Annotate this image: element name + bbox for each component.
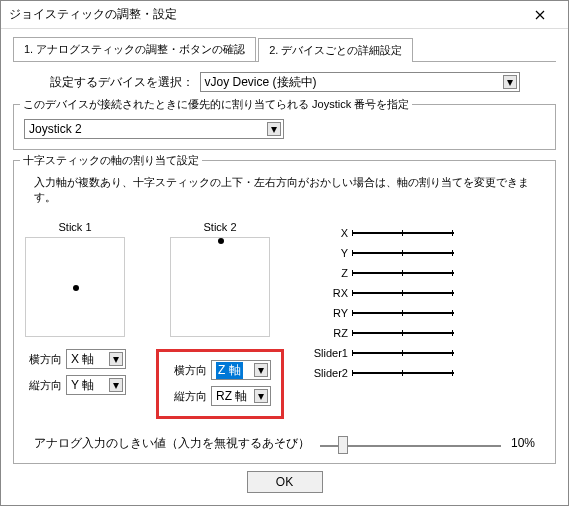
stick1-v-label: 縦方向 <box>24 378 62 393</box>
stick1-dot <box>73 285 79 291</box>
joystick-number-legend: このデバイスが接続されたときに優先的に割り当てられる Joystick 番号を指… <box>20 97 412 112</box>
button-row: OK <box>1 471 568 493</box>
stick2-column: Stick 2 横方向 Z 軸 ▾ <box>156 221 284 419</box>
titlebar: ジョイスティックの調整・設定 <box>1 1 568 29</box>
chevron-down-icon: ▾ <box>254 389 268 403</box>
device-value: vJoy Device (接続中) <box>205 74 317 91</box>
axis-rz-label: RZ <box>304 327 348 339</box>
dialog-window: ジョイスティックの調整・設定 1. アナログスティックの調整・ボタンの確認 2.… <box>0 0 569 506</box>
stick2-v-select[interactable]: RZ 軸 ▾ <box>211 386 271 406</box>
tab-detail[interactable]: 2. デバイスごとの詳細設定 <box>258 38 413 62</box>
stick1-column: Stick 1 横方向 X 軸 ▾ <box>24 221 126 419</box>
axes-list: X Y Z RX RY RZ Slider1 Slider2 <box>304 223 454 419</box>
stick1-v-select[interactable]: Y 軸 ▾ <box>66 375 126 395</box>
stick2-name: Stick 2 <box>203 221 236 233</box>
axis-mapping-group: 十字スティックの軸の割り当て設定 入力軸が複数あり、十字スティックの上下・左右方… <box>13 160 556 464</box>
threshold-thumb[interactable] <box>338 436 348 454</box>
joystick-number-group: このデバイスが接続されたときに優先的に割り当てられる Joystick 番号を指… <box>13 104 556 150</box>
device-row: 設定するデバイスを選択： vJoy Device (接続中) ▾ <box>13 72 556 92</box>
chevron-down-icon: ▾ <box>267 122 281 136</box>
close-button[interactable] <box>520 2 560 28</box>
stick1-visual <box>25 237 125 337</box>
tab-strip: 1. アナログスティックの調整・ボタンの確認 2. デバイスごとの詳細設定 <box>13 37 556 62</box>
stick1-v-value: Y 軸 <box>71 377 94 394</box>
axis-z-slider[interactable] <box>352 272 454 274</box>
axis-ry-label: RY <box>304 307 348 319</box>
stick1-controls: 横方向 X 軸 ▾ 縦方向 Y 軸 ▾ <box>24 349 126 401</box>
stick2-h-value: Z 軸 <box>216 362 243 379</box>
joystick-number-value: Joystick 2 <box>29 122 82 136</box>
axis-x-label: X <box>304 227 348 239</box>
axis-x-slider[interactable] <box>352 232 454 234</box>
chevron-down-icon: ▾ <box>503 75 517 89</box>
threshold-label: アナログ入力のしきい値（入力を無視するあそび） <box>34 435 310 452</box>
window-title: ジョイスティックの調整・設定 <box>9 6 520 23</box>
stick1-h-select[interactable]: X 軸 ▾ <box>66 349 126 369</box>
axis-rx-label: RX <box>304 287 348 299</box>
axis-y-label: Y <box>304 247 348 259</box>
axis-mapping-legend: 十字スティックの軸の割り当て設定 <box>20 153 202 168</box>
chevron-down-icon: ▾ <box>109 378 123 392</box>
chevron-down-icon: ▾ <box>109 352 123 366</box>
stick2-highlight-box: 横方向 Z 軸 ▾ 縦方向 RZ 軸 ▾ <box>156 349 284 419</box>
device-select[interactable]: vJoy Device (接続中) ▾ <box>200 72 520 92</box>
stick2-visual <box>170 237 270 337</box>
axis-rz-slider[interactable] <box>352 332 454 334</box>
threshold-slider[interactable] <box>320 433 501 453</box>
axis-ry-slider[interactable] <box>352 312 454 314</box>
sticks-container: Stick 1 横方向 X 軸 ▾ <box>24 221 284 419</box>
content-area: 1. アナログスティックの調整・ボタンの確認 2. デバイスごとの詳細設定 設定… <box>1 29 568 482</box>
axis-mapping-desc: 入力軸が複数あり、十字スティックの上下・左右方向がおかしい場合は、軸の割り当てを… <box>24 175 545 205</box>
stick2-v-value: RZ 軸 <box>216 388 247 405</box>
axis-s1-slider[interactable] <box>352 352 454 354</box>
stick2-v-label: 縦方向 <box>169 389 207 404</box>
stick2-dot <box>218 238 224 244</box>
axis-s2-label: Slider2 <box>304 367 348 379</box>
ok-button[interactable]: OK <box>247 471 323 493</box>
joystick-number-select[interactable]: Joystick 2 ▾ <box>24 119 284 139</box>
axis-s1-label: Slider1 <box>304 347 348 359</box>
stick1-h-value: X 軸 <box>71 351 94 368</box>
axis-rx-slider[interactable] <box>352 292 454 294</box>
stick2-h-label: 横方向 <box>169 363 207 378</box>
stick2-h-select[interactable]: Z 軸 ▾ <box>211 360 271 380</box>
threshold-row: アナログ入力のしきい値（入力を無視するあそび） 10% <box>24 433 545 453</box>
stick1-h-label: 横方向 <box>24 352 62 367</box>
axis-z-label: Z <box>304 267 348 279</box>
chevron-down-icon: ▾ <box>254 363 268 377</box>
stick1-name: Stick 1 <box>58 221 91 233</box>
device-label: 設定するデバイスを選択： <box>50 74 194 91</box>
axis-y-slider[interactable] <box>352 252 454 254</box>
tab-analog[interactable]: 1. アナログスティックの調整・ボタンの確認 <box>13 37 256 61</box>
threshold-value: 10% <box>511 436 535 450</box>
axis-s2-slider[interactable] <box>352 372 454 374</box>
close-icon <box>535 10 545 20</box>
